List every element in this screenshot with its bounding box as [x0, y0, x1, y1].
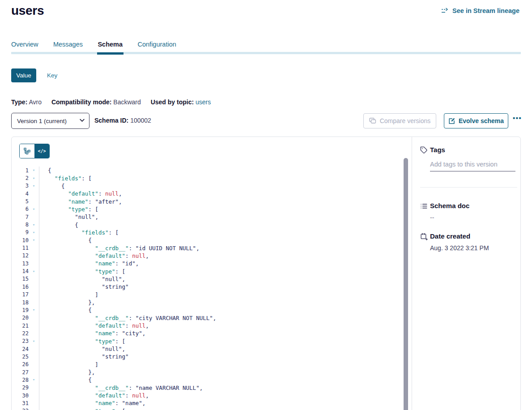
code-text: "type": [	[39, 408, 125, 410]
line-number: 24	[12, 346, 29, 352]
code-line: 20 "__crdb__": "city VARCHAR NOT NULL",	[12, 314, 412, 322]
fold-toggle-icon[interactable]: ▾	[29, 229, 39, 236]
code-view-button[interactable]: </>	[34, 144, 49, 158]
code-line: 26 ]	[12, 361, 412, 368]
code-line: 7 "null",	[12, 213, 412, 221]
code-line: 16 "string"	[12, 283, 412, 290]
code-text: "null",	[39, 276, 125, 282]
code-text: "default": null,	[39, 392, 149, 399]
tags-input[interactable]	[430, 160, 515, 171]
value-tab-button[interactable]: Value	[11, 68, 36, 82]
code-line: 28▾ {	[12, 376, 412, 384]
tags-title: Tags	[430, 146, 445, 154]
fold-toggle-icon[interactable]: ▾	[29, 376, 39, 384]
tab-messages[interactable]: Messages	[53, 41, 83, 48]
code-line: 3▾ {	[12, 182, 412, 190]
code-text: "name": "name",	[39, 400, 145, 406]
code-line: 6▾ "type": [	[12, 205, 412, 213]
code-text: },	[39, 369, 95, 376]
code-line: 5 "name": "after",	[12, 197, 412, 205]
schema-doc-value: --	[430, 214, 434, 221]
tree-view-icon	[24, 148, 30, 154]
code-text: "fields": [	[39, 175, 92, 182]
key-tab-button[interactable]: Key	[47, 72, 57, 79]
version-select[interactable]: Version 1 (current)	[11, 113, 89, 129]
code-text: {	[39, 307, 92, 313]
line-number: 3	[12, 183, 29, 189]
code-line: 1▾{	[12, 167, 412, 174]
compare-versions-icon	[369, 118, 376, 124]
line-number: 28	[12, 377, 29, 383]
fold-toggle-icon[interactable]: ▾	[29, 221, 39, 229]
tab-schema[interactable]: Schema	[98, 41, 123, 48]
line-number: 16	[12, 284, 29, 290]
fold-toggle-icon[interactable]: ▾	[29, 236, 39, 244]
tab-configuration[interactable]: Configuration	[138, 41, 176, 48]
topic-link[interactable]: users	[196, 98, 211, 106]
line-number: 29	[12, 384, 29, 391]
code-text: "type": [	[39, 206, 98, 213]
code-text: "fields": [	[39, 229, 119, 236]
code-line: 8▾ {	[12, 221, 412, 228]
code-text: "string"	[39, 353, 129, 360]
code-line: 2▾ "fields": [	[12, 174, 412, 182]
fold-toggle-icon[interactable]: ▾	[29, 306, 39, 314]
code-text: "default": null,	[39, 322, 149, 329]
code-text: "type": [	[39, 268, 125, 275]
schema-meta-row: Type: Avro Compatibility mode: Backward …	[11, 98, 219, 106]
line-number: 13	[12, 261, 29, 267]
code-text: "__crdb__": "name VARCHAR NULL",	[39, 384, 203, 391]
fold-toggle-icon[interactable]: ▾	[29, 407, 39, 410]
code-line: 10▾ {	[12, 236, 412, 244]
evolve-schema-button[interactable]: Evolve schema	[444, 113, 508, 128]
code-text: "type": [	[39, 338, 125, 345]
code-text: {	[39, 183, 65, 189]
scrollbar-thumb[interactable]	[404, 158, 408, 410]
fold-toggle-icon[interactable]: ▾	[29, 205, 39, 213]
line-number: 27	[12, 369, 29, 376]
code-area: 1▾{2▾ "fields": [3▾ {4 "default": null,5…	[12, 167, 412, 410]
date-created-value: Aug. 3 2022 3:21 PM	[430, 244, 489, 252]
fold-toggle-icon[interactable]: ▾	[29, 268, 39, 275]
line-number: 1	[12, 167, 29, 174]
more-actions-button[interactable]: •••	[513, 114, 522, 122]
schema-sidebar: Tags Schema doc -- Date created Aug. 3 2…	[413, 137, 521, 410]
stream-lineage-link[interactable]: See in Stream lineage	[441, 7, 519, 14]
code-text: "name": "after",	[39, 198, 122, 205]
code-text: ]	[39, 361, 98, 368]
code-line: 22 "name": "city",	[12, 329, 412, 337]
tag-icon	[420, 146, 428, 154]
code-line: 19▾ {	[12, 306, 412, 314]
fold-toggle-icon[interactable]: ▾	[29, 337, 39, 345]
line-number: 12	[12, 252, 29, 259]
tabs: Overview Messages Schema Configuration	[11, 40, 521, 54]
code-text: "name": "id",	[39, 260, 139, 267]
code-text: "default": null,	[39, 252, 149, 259]
code-text: "null",	[39, 346, 125, 352]
code-line: 25 "string"	[12, 353, 412, 360]
code-line: 12 "default": null,	[12, 252, 412, 260]
line-number: 10	[12, 237, 29, 243]
tab-overview[interactable]: Overview	[11, 41, 38, 48]
code-text: "__crdb__": "id UUID NOT NULL",	[39, 245, 200, 252]
code-text: "__crdb__": "city VARCHAR NOT NULL",	[39, 315, 216, 321]
fold-toggle-icon[interactable]: ▾	[29, 182, 39, 190]
line-number: 6	[12, 206, 29, 212]
edit-icon	[448, 118, 455, 124]
code-line: 4 "default": null,	[12, 190, 412, 197]
fold-toggle-icon[interactable]: ▾	[29, 175, 39, 182]
line-number: 2	[12, 175, 29, 181]
schema-id: Schema ID: 100002	[94, 117, 151, 124]
compare-versions-button[interactable]: Compare versions	[363, 113, 436, 128]
code-text: "string"	[39, 283, 129, 290]
code-line: 9▾ "fields": [	[12, 229, 412, 236]
tree-view-button[interactable]	[20, 144, 34, 158]
value-key-toggle: Value Key	[11, 68, 57, 82]
line-number: 26	[12, 361, 29, 367]
schema-editor: </> 1▾{2▾ "fields": [3▾ {4 "default": nu…	[12, 137, 412, 410]
line-number: 20	[12, 315, 29, 321]
code-line: 30 "default": null,	[12, 392, 412, 399]
fold-toggle-icon[interactable]: ▾	[29, 167, 39, 174]
line-number: 21	[12, 323, 29, 329]
code-lines: 1▾{2▾ "fields": [3▾ {4 "default": null,5…	[12, 167, 412, 410]
